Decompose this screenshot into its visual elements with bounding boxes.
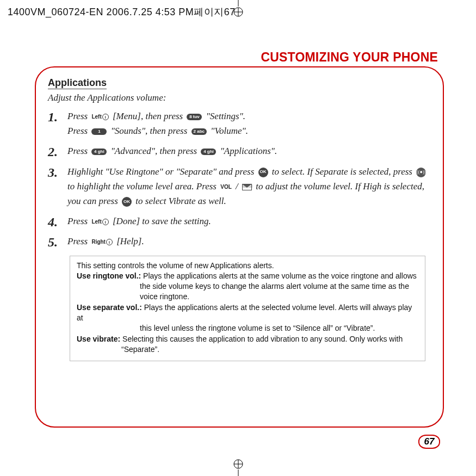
crop-mark-top-icon <box>231 0 246 17</box>
step-text: Highlight "Use Ringtone" or "Separate" a… <box>67 166 257 177</box>
step-1: Press Lefti [Menu], then press 8 tuv "Se… <box>48 109 431 138</box>
key-4-icon: 4 ghi <box>91 149 107 155</box>
applications-subhead: Adjust the Applications volume: <box>48 92 431 103</box>
envelope-key-icon <box>242 184 252 190</box>
ok-key-icon: OK <box>122 197 132 207</box>
key-8-icon: 8 tuv <box>187 114 202 120</box>
step-text: "Advanced", then press <box>111 146 200 156</box>
right-softkey-icon: Righti <box>91 238 113 246</box>
step-text: to highlight the volume level area. Pres… <box>67 181 219 191</box>
note-text: Selecting this causes the application to… <box>120 335 403 343</box>
print-header-text: 1400VM_060724-EN 2006.7.25 4:53 PM페이지67 <box>8 5 236 18</box>
note-text: “Separate”. <box>77 344 418 355</box>
vol-key-icon: VOL <box>220 183 232 191</box>
ok-key-icon: OK <box>258 168 268 177</box>
step-text: Press <box>67 216 90 226</box>
step-text: Press <box>67 146 90 156</box>
key-1-icon: 1 <box>91 128 107 135</box>
steps-list: Press Lefti [Menu], then press 8 tuv "Se… <box>48 109 431 249</box>
step-2: Press 4 ghi "Advanced", then press 4 ghi… <box>48 144 431 158</box>
page-number-badge: 67 <box>418 435 440 449</box>
note-intro: This setting controls the volume of new … <box>77 261 418 271</box>
note-label: Use ringtone vol.: <box>77 271 141 280</box>
note-text: the side volume keys to change the alarm… <box>77 281 418 292</box>
nav-key-icon: ((●)) <box>416 168 426 177</box>
step-text: [Done] to save the setting. <box>113 216 211 226</box>
key-label: 2 abc <box>191 128 207 135</box>
step-3: Highlight "Use Ringtone" or "Separate" a… <box>48 164 431 209</box>
content-panel: Applications Adjust the Applications vol… <box>35 66 444 428</box>
step-text: Press <box>67 126 90 136</box>
note-row-1: Use ringtone vol.: Plays the application… <box>77 271 418 302</box>
note-row-2: Use separate vol.: Plays the application… <box>77 302 418 333</box>
note-label: Use separate vol.: <box>77 303 142 312</box>
key-4-icon: 4 ghi <box>201 149 216 155</box>
applications-heading: Applications <box>48 77 107 89</box>
step-text: to select. If Separate is selected, pres… <box>272 166 415 177</box>
step-text: "Sounds", then press <box>111 126 190 136</box>
key-label: Right <box>91 238 106 246</box>
left-softkey-icon: Lefti <box>91 218 108 226</box>
print-header: 1400VM_060724-EN 2006.7.25 4:53 PM페이지67 <box>8 5 236 18</box>
step-text: [Help]. <box>116 236 144 246</box>
crop-mark-bottom-icon <box>231 459 246 476</box>
key-label: 1 <box>91 128 107 135</box>
step-text: "Applications". <box>220 146 277 156</box>
softkey-circle-icon: i <box>102 114 109 120</box>
step-5: Press Righti [Help]. <box>48 234 431 249</box>
note-box: This setting controls the volume of new … <box>70 256 425 361</box>
softkey-circle-icon: i <box>102 219 109 225</box>
step-4: Press Lefti [Done] to save the setting. <box>48 214 431 228</box>
key-label: 4 ghi <box>91 149 107 155</box>
key-label: 4 ghi <box>201 149 216 155</box>
note-label: Use vibrate: <box>77 335 120 343</box>
step-text: / <box>236 181 240 191</box>
step-text: Press <box>67 236 90 246</box>
key-label: 8 tuv <box>187 114 202 120</box>
softkey-circle-icon: i <box>106 239 113 245</box>
key-2-icon: 2 abc <box>191 128 207 135</box>
page-number: 67 <box>424 436 435 447</box>
note-text: voice ringtone. <box>77 292 418 302</box>
key-label: OK <box>258 168 268 177</box>
step-text: "Volume". <box>211 126 248 136</box>
step-text: Press <box>67 111 90 121</box>
key-label: Left <box>91 113 101 121</box>
note-text: this level unless the ringtone volume is… <box>77 323 418 333</box>
step-text: [Menu], then press <box>113 111 185 121</box>
note-row-3: Use vibrate: Selecting this causes the a… <box>77 334 418 355</box>
key-label: OK <box>122 197 132 207</box>
note-text: Plays the applications alerts at the sam… <box>141 271 417 280</box>
section-title: CUSTOMIZING YOUR PHONE <box>261 50 438 65</box>
left-softkey-icon: Lefti <box>91 113 108 121</box>
step-text: to select Vibrate as well. <box>135 196 226 206</box>
step-text: "Settings". <box>206 111 245 121</box>
key-label: Left <box>91 218 101 226</box>
